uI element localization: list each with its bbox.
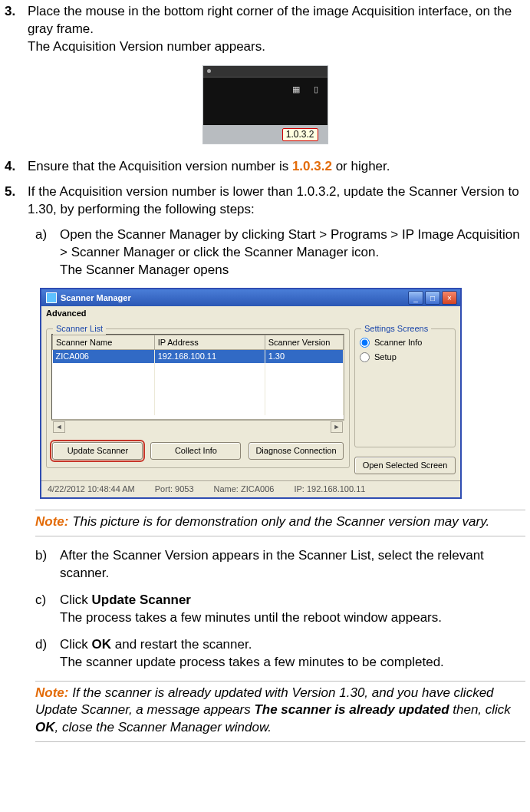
substep-c-line2: The process takes a few minutes until th…	[60, 610, 442, 625]
radio-scanner-info-input[interactable]	[360, 338, 370, 348]
substep-letter: b)	[35, 547, 60, 583]
step-number: 3.	[5, 3, 28, 56]
step4-version: 1.0.3.2	[292, 159, 332, 173]
table-row[interactable]	[53, 376, 344, 389]
sm-status-bar: 4/22/2012 10:48:44 AM Port: 9053 Name: Z…	[41, 480, 460, 497]
step-text-line2: The Acquisition Version number appears.	[28, 39, 265, 54]
substep-d-post: and restart the scanner.	[111, 637, 252, 652]
step-number: 4.	[5, 158, 28, 176]
col-scanner-version[interactable]: Scanner Version	[265, 335, 343, 350]
note-already-updated: Note: If the scanner is already updated …	[35, 685, 525, 738]
app-icon	[46, 292, 57, 303]
note-demo: Note: This picture is for demonstration …	[35, 513, 525, 531]
close-button[interactable]: ×	[442, 291, 457, 305]
update-scanner-button[interactable]: Update Scanner	[52, 442, 143, 460]
substep-letter: a)	[35, 226, 60, 279]
step4-pre: Ensure that the Acquisition version numb…	[28, 159, 292, 173]
figure1-topbar	[203, 66, 328, 78]
substep-b: b) After the Scanner Version appears in …	[35, 547, 525, 583]
thumbnail-grid-icon: ▦	[292, 84, 300, 95]
step-number: 5.	[5, 183, 28, 219]
collect-info-button[interactable]: Collect Info	[150, 442, 241, 460]
substep-d: d) Click OK and restart the scanner. The…	[35, 636, 525, 672]
note-label: Note:	[35, 514, 68, 529]
radio-scanner-info-label: Scanner Info	[374, 337, 422, 348]
table-row[interactable]	[53, 389, 344, 402]
step-body: Ensure that the Acquisition version numb…	[28, 158, 525, 176]
radio-setup-input[interactable]	[360, 352, 370, 362]
settings-screens-group: Settings Screens Scanner Info Setup	[354, 328, 456, 447]
table-row[interactable]	[53, 363, 344, 376]
diagnose-connection-button[interactable]: Diagnose Connection	[249, 442, 343, 460]
col-scanner-name[interactable]: Scanner Name	[53, 335, 155, 350]
sm-menu-advanced[interactable]: Advanced	[41, 306, 460, 321]
step-body: Place the mouse in the bottom right corn…	[28, 3, 525, 56]
step4-post: or higher.	[332, 159, 390, 173]
note-divider	[35, 681, 525, 682]
substep-d-line2: The scanner update process takes a few m…	[60, 655, 444, 669]
substep-letter: d)	[35, 636, 60, 672]
minimize-button[interactable]: _	[408, 291, 423, 305]
open-selected-screen-button[interactable]: Open Selected Screen	[354, 457, 456, 474]
status-date: 4/22/2012 10:48:44 AM	[48, 484, 135, 495]
step-body: If the Acquisition version number is low…	[28, 183, 525, 219]
substep-body: After the Scanner Version appears in the…	[60, 547, 525, 583]
step-5: 5. If the Acquisition version number is …	[5, 183, 525, 219]
substep-body: Click Update Scanner The process takes a…	[60, 592, 525, 627]
figure-acquisition-tooltip: ▦ ▯ 1.0.3.2	[202, 65, 328, 144]
radio-setup-label: Setup	[374, 352, 397, 363]
version-tooltip: 1.0.3.2	[282, 128, 318, 141]
horizontal-scrollbar[interactable]: ◄ ►	[51, 420, 344, 433]
cell-scanner-version: 1.30	[265, 350, 343, 364]
note2-bold2: OK	[35, 720, 55, 734]
radio-scanner-info[interactable]: Scanner Info	[360, 337, 450, 348]
note-text: This picture is for demonstration only a…	[68, 514, 489, 529]
sm-titlebar: Scanner Manager _ □ ×	[41, 289, 460, 306]
substep-c: c) Click Update Scanner The process take…	[35, 592, 525, 627]
substep-a: a) Open the Scanner Manager by clicking …	[35, 226, 525, 279]
cell-ip-address: 192.168.100.11	[154, 350, 265, 364]
scanner-list-legend: Scanner List	[53, 323, 106, 335]
scanner-table[interactable]: Scanner Name IP Address Scanner Version …	[51, 334, 344, 420]
note2-t5: , close the Scanner Manager window.	[55, 720, 272, 734]
status-ip: IP: 192.168.100.11	[294, 484, 365, 495]
table-header-row: Scanner Name IP Address Scanner Version	[53, 335, 344, 350]
window-dot-icon	[207, 69, 211, 73]
figure-scanner-manager: Scanner Manager _ □ × Advanced Scanner L…	[40, 288, 462, 499]
col-ip-address[interactable]: IP Address	[154, 335, 265, 350]
cell-scanner-name: ZICA006	[53, 350, 155, 364]
page-icon: ▯	[314, 84, 318, 95]
substep-body: Open the Scanner Manager by clicking Sta…	[60, 226, 525, 279]
scanner-list-group: Scanner List Scanner Name IP Address Sca…	[46, 328, 350, 468]
note-divider	[35, 510, 525, 510]
note-divider	[35, 741, 525, 742]
status-port: Port: 9053	[155, 484, 194, 495]
maximize-button[interactable]: □	[425, 291, 440, 305]
settings-screens-legend: Settings Screens	[361, 323, 431, 335]
substep-body: Click OK and restart the scanner. The sc…	[60, 636, 525, 672]
note2-bold1: The scanner is already updated	[254, 702, 449, 717]
sm-title: Scanner Manager	[61, 292, 131, 304]
figure1-viewport: ▦ ▯	[203, 78, 328, 125]
radio-setup[interactable]: Setup	[360, 352, 450, 363]
note-label: Note:	[35, 685, 68, 700]
table-row[interactable]	[53, 402, 344, 415]
substep-d-pre: Click	[60, 637, 92, 652]
substep-c-bold: Update Scanner	[92, 592, 191, 607]
substep-c-pre: Click	[60, 592, 92, 607]
substep-a-line2: The Scanner Manager opens	[60, 262, 229, 277]
substep-letter: c)	[35, 592, 60, 627]
scroll-left-icon[interactable]: ◄	[53, 421, 65, 433]
figure1-botbar: 1.0.3.2	[203, 125, 328, 144]
table-row[interactable]: ZICA006 192.168.100.11 1.30	[53, 350, 344, 364]
step-4: 4. Ensure that the Acquisition version n…	[5, 158, 525, 176]
scroll-right-icon[interactable]: ►	[331, 421, 343, 433]
status-name: Name: ZICA006	[214, 484, 275, 495]
note-divider	[35, 536, 525, 536]
step-text-line1: Place the mouse in the bottom right corn…	[28, 4, 512, 36]
note2-t3: then, click	[449, 702, 511, 717]
substep-d-bold: OK	[92, 637, 112, 652]
step-3: 3. Place the mouse in the bottom right c…	[5, 3, 525, 56]
substep-a-line1: Open the Scanner Manager by clicking Sta…	[60, 227, 520, 259]
